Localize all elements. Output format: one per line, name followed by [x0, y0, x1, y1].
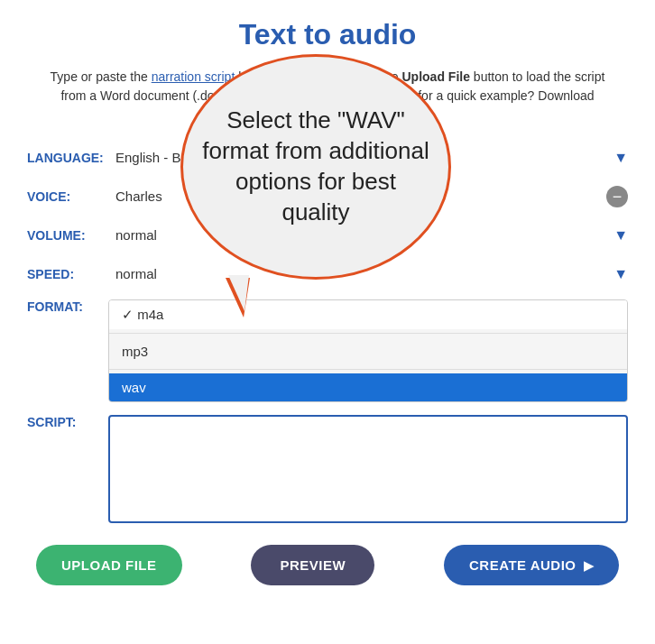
- format-row: FORMAT: m4a mp3 wav: [27, 299, 628, 402]
- upload-file-button[interactable]: UPLOAD FILE: [36, 545, 182, 585]
- narration-link[interactable]: narration script: [152, 69, 235, 84]
- voice-label: VOICE:: [27, 189, 108, 204]
- format-divider-2: [109, 369, 627, 370]
- language-row: LANGUAGE: English - British ▼: [27, 144, 628, 170]
- format-dropdown[interactable]: m4a mp3 wav: [108, 299, 628, 402]
- voice-minus-button[interactable]: −: [606, 186, 628, 207]
- script-textarea[interactable]: [108, 415, 628, 523]
- speed-dropdown-arrow[interactable]: ▼: [613, 266, 628, 282]
- volume-row: VOLUME: normal ▼: [27, 222, 628, 248]
- format-label: FORMAT:: [27, 299, 108, 314]
- play-icon: ▶: [584, 558, 595, 573]
- format-option-m4a[interactable]: m4a: [109, 300, 627, 329]
- form-section: LANGUAGE: English - British ▼ VOICE: Cha…: [27, 144, 628, 523]
- speed-row: SPEED: normal ▼: [27, 261, 628, 287]
- language-label: LANGUAGE:: [27, 151, 108, 165]
- script-row: SCRIPT:: [27, 415, 628, 523]
- create-audio-button[interactable]: CREATE AUDIO ▶: [444, 545, 619, 585]
- speed-value: normal: [108, 261, 613, 287]
- speed-label: SPEED:: [27, 267, 108, 281]
- preview-button[interactable]: PREVIEW: [251, 545, 374, 585]
- volume-label: VOLUME:: [27, 228, 108, 243]
- volume-dropdown-arrow[interactable]: ▼: [613, 227, 628, 244]
- page-container: Text to audio Type or paste the narratio…: [0, 0, 655, 603]
- page-title: Text to audio: [27, 18, 628, 51]
- volume-value: normal: [108, 222, 613, 248]
- language-value: English - British: [108, 144, 613, 170]
- script-label: SCRIPT:: [27, 415, 108, 429]
- format-divider-1: [109, 333, 627, 334]
- format-option-mp3[interactable]: mp3: [109, 337, 627, 365]
- voice-row: VOICE: Charles −: [27, 183, 628, 209]
- description: Type or paste the narration script below…: [27, 68, 628, 124]
- description-text-1: Type or paste the: [51, 69, 152, 84]
- create-audio-label: CREATE AUDIO: [469, 557, 577, 573]
- bottom-buttons: UPLOAD FILE PREVIEW CREATE AUDIO ▶: [27, 545, 628, 585]
- description-text-3: the): [317, 107, 338, 122]
- format-option-wav[interactable]: wav: [109, 373, 627, 401]
- language-dropdown-arrow[interactable]: ▼: [613, 150, 628, 166]
- voice-value: Charles: [108, 183, 606, 209]
